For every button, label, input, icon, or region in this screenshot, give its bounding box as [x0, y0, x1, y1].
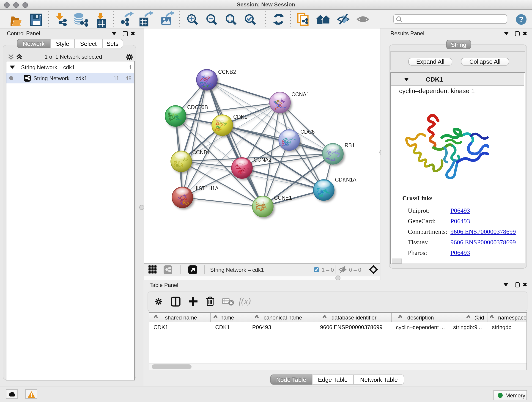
svg-text:RB1: RB1	[345, 142, 355, 148]
svg-text:CCNA2: CCNA2	[254, 157, 272, 162]
svg-text:CCNE1: CCNE1	[274, 195, 292, 201]
svg-text:CCNA1: CCNA1	[291, 91, 309, 97]
svg-text:HIST1H1A: HIST1H1A	[193, 185, 219, 191]
svg-text:CCNB1: CCNB1	[192, 149, 210, 155]
svg-text:CDK1: CDK1	[233, 114, 247, 120]
svg-text:CDC25B: CDC25B	[187, 104, 208, 110]
svg-text:CDKN1A: CDKN1A	[335, 177, 356, 182]
svg-text:CDC6: CDC6	[300, 128, 315, 134]
svg-text:CCNB2: CCNB2	[218, 69, 236, 75]
